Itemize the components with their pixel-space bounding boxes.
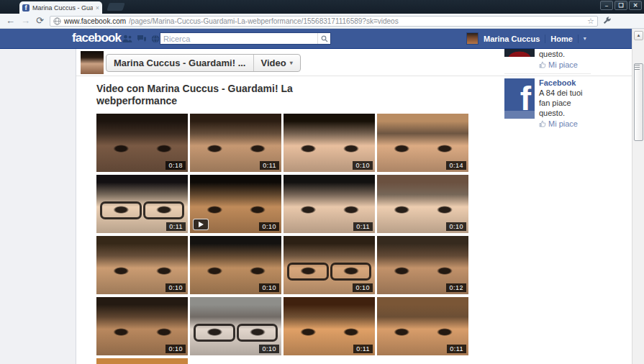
facebook-logo[interactable]: facebook — [72, 31, 121, 45]
facebook-logo-image[interactable]: f — [504, 78, 535, 119]
address-bar[interactable]: www.facebook.com /pages/Marina-Cuccus-Gu… — [50, 16, 598, 27]
video-thumbnail[interactable]: 0:11 — [190, 114, 281, 172]
video-thumbnail[interactable]: 0:10 — [190, 175, 281, 233]
video-duration-badge: 0:10 — [259, 345, 279, 353]
video-duration-badge: 0:10 — [165, 345, 186, 353]
reload-icon[interactable]: ⟳ — [36, 14, 44, 27]
video-duration-badge: 0:11 — [353, 345, 373, 353]
account-chevron-down-icon[interactable]: ▾ — [584, 35, 586, 42]
glasses-overlay — [100, 201, 184, 219]
scrollbar-thumb[interactable] — [634, 63, 643, 141]
video-thumbnail[interactable]: 0:10 — [377, 175, 468, 233]
page-title: Video con Marina Cuccus - Guardami! La w… — [96, 83, 348, 107]
window-controls: – ❏ ✕ — [600, 1, 642, 10]
video-duration-badge: 0:10 — [353, 161, 373, 170]
like-link[interactable]: Mi piace — [548, 119, 578, 128]
page-name-label: Marina Cuccus - Guardami! ... — [114, 58, 246, 68]
video-thumbnail[interactable]: 0:10 — [284, 114, 375, 172]
scroll-up-arrow[interactable]: ▲ — [634, 31, 643, 40]
video-duration-badge: 0:11 — [353, 222, 373, 231]
video-thumbnail[interactable]: 0:18 — [96, 114, 188, 172]
browser-navbar: ← → ⟳ www.facebook.com /pages/Marina-Cuc… — [0, 14, 644, 29]
bookmark-star-icon[interactable]: ☆ — [587, 17, 594, 26]
ad-image[interactable] — [504, 49, 535, 57]
back-icon[interactable]: ← — [6, 14, 15, 27]
url-path: /pages/Marina-Cuccus-Guardami-La-webperf… — [129, 17, 399, 25]
new-tab-button[interactable] — [106, 3, 125, 11]
globe-icon — [53, 17, 61, 25]
play-button-icon[interactable] — [193, 219, 209, 230]
home-link[interactable]: Home — [550, 35, 573, 43]
url-host: www.facebook.com — [64, 17, 126, 25]
video-thumbnail[interactable]: 0:10 — [190, 236, 281, 294]
video-duration-badge: 0:11 — [166, 222, 186, 231]
divider — [578, 35, 579, 43]
video-duration-badge: 0:14 — [446, 161, 466, 170]
messages-icon[interactable] — [137, 35, 147, 43]
video-tab-button[interactable]: Video ▾ — [254, 55, 300, 71]
video-duration-badge: 0:10 — [259, 283, 279, 292]
page-profile-thumbnail[interactable] — [81, 51, 104, 74]
avatar[interactable] — [466, 32, 479, 45]
glasses-lens — [330, 263, 371, 280]
video-tab-label: Video — [261, 58, 286, 68]
video-thumbnail[interactable]: 0:11 — [284, 297, 375, 355]
video-thumbnail[interactable] — [96, 358, 188, 364]
video-duration-badge: 0:11 — [260, 161, 279, 170]
restore-button[interactable]: ❏ — [614, 1, 627, 10]
chevron-down-icon: ▾ — [290, 60, 293, 66]
ad-title-link[interactable]: Facebook — [539, 78, 591, 87]
video-duration-badge: 0:11 — [447, 345, 466, 353]
tab-close-icon[interactable]: × — [96, 4, 99, 12]
search-box[interactable]: Ricerca — [160, 32, 331, 45]
ad-body-text: questo. — [539, 49, 591, 59]
video-thumbnail[interactable]: 0:12 — [377, 236, 468, 294]
video-thumbnail[interactable]: 0:14 — [377, 114, 468, 172]
glasses-lens — [194, 324, 235, 341]
logo-base-band — [504, 111, 535, 119]
close-button[interactable]: ✕ — [629, 1, 642, 10]
page-content-panel: Marina Cuccus - Guardami! ... Video ▾ Vi… — [76, 49, 632, 364]
search-button[interactable] — [317, 33, 330, 44]
page-name-button[interactable]: Marina Cuccus - Guardami! ... — [106, 55, 253, 71]
glasses-lens — [287, 263, 328, 280]
glasses-lens — [100, 201, 141, 219]
video-thumbnail[interactable]: 0:10 — [96, 236, 188, 294]
like-link[interactable]: Mi piace — [548, 60, 578, 69]
search-icon — [321, 35, 328, 42]
thumbs-up-icon — [539, 120, 546, 127]
video-thumbnail[interactable]: 0:11 — [96, 175, 188, 233]
video-thumbnail[interactable]: 0:11 — [284, 175, 375, 233]
video-duration-badge: 0:12 — [446, 283, 466, 292]
minimize-button[interactable]: – — [600, 1, 613, 10]
glasses-overlay — [194, 324, 278, 341]
video-thumbnail[interactable]: 0:11 — [377, 297, 468, 355]
video-duration-badge: 0:10 — [353, 283, 373, 292]
scrollbar-grip — [635, 65, 640, 65]
friend-requests-icon[interactable] — [122, 35, 132, 43]
browser-tab[interactable]: f Marina Cuccus - Guardami! × — [19, 1, 102, 14]
page-nav-control: Marina Cuccus - Guardami! ... Video ▾ — [106, 54, 301, 72]
video-grid: 0:180:110:100:140:110:100:110:100:100:10… — [96, 114, 471, 364]
ad-item: questo. Mi piace — [504, 45, 591, 73]
video-duration-badge: 0:10 — [259, 222, 279, 231]
wrench-menu-icon[interactable] — [602, 17, 612, 26]
tab-title: Marina Cuccus - Guardami! — [32, 4, 93, 12]
header-account-menu: Marina Cuccus Home ▾ — [466, 32, 586, 45]
video-duration-badge: 0:10 — [165, 283, 186, 292]
search-input[interactable]: Ricerca — [160, 35, 317, 43]
forward-icon: → — [21, 14, 30, 27]
notifications-globe-icon[interactable] — [151, 35, 160, 43]
sidebar-ads: questo. Mi piace f Facebook A 84 d — [504, 45, 591, 132]
video-thumbnail[interactable]: 0:10 — [284, 236, 375, 294]
vertical-scrollbar[interactable]: ▲ — [632, 29, 644, 364]
like-row[interactable]: Mi piace — [539, 119, 591, 128]
video-thumbnail[interactable]: 0:10 — [190, 297, 281, 355]
ad-body-text: A 84 dei tuoi fan piace questo. — [539, 88, 591, 118]
like-row[interactable]: Mi piace — [539, 60, 591, 69]
screenshot-root: f Marina Cuccus - Guardami! × – ❏ ✕ ← → … — [0, 0, 644, 364]
profile-link[interactable]: Marina Cuccus — [484, 35, 540, 43]
thumbs-up-icon — [539, 61, 546, 68]
divider — [545, 35, 545, 43]
video-thumbnail[interactable]: 0:10 — [96, 297, 188, 355]
